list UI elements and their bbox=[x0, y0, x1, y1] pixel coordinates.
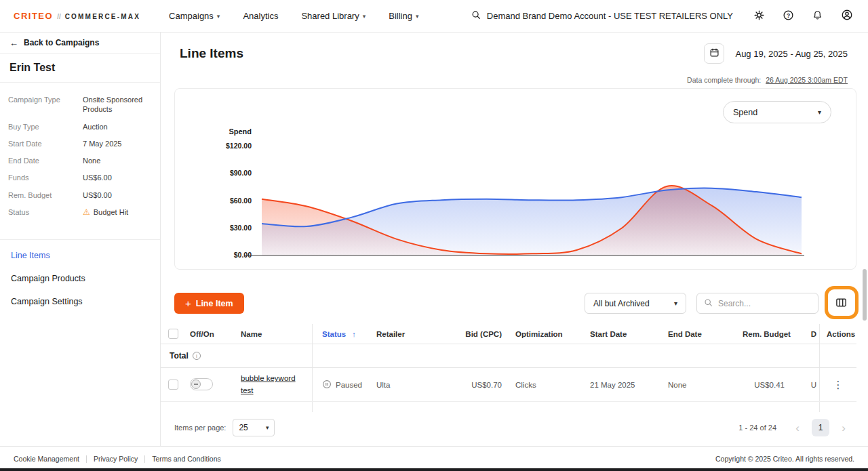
row-actions-cell bbox=[819, 402, 856, 412]
items-per-page-select[interactable]: 25 ▾ bbox=[233, 419, 275, 436]
help-button[interactable]: ? bbox=[783, 9, 794, 23]
search-icon bbox=[704, 298, 713, 310]
detail-end-date: End Date None bbox=[8, 156, 152, 165]
footer-link-terms[interactable]: Terms and Conditions bbox=[152, 455, 221, 463]
detail-value: None bbox=[83, 156, 100, 165]
sidebar-item-campaign-settings[interactable]: Campaign Settings bbox=[0, 290, 160, 313]
detail-label: Status bbox=[8, 207, 83, 217]
data-complete-prefix: Data complete through: bbox=[687, 76, 761, 84]
next-page-button[interactable]: › bbox=[836, 422, 851, 434]
column-header-end-date[interactable]: End Date bbox=[661, 330, 736, 338]
column-header-offon[interactable]: Off/On bbox=[185, 330, 234, 338]
row-truncated-value: U bbox=[791, 381, 819, 389]
chevron-down-icon: ▾ bbox=[818, 108, 821, 116]
row-actions-menu[interactable]: ⋮ bbox=[833, 379, 844, 391]
add-line-item-button[interactable]: + Line Item bbox=[174, 293, 244, 314]
select-all-checkbox[interactable] bbox=[168, 329, 178, 339]
row-checkbox[interactable] bbox=[168, 380, 178, 390]
metric-select-value: Spend bbox=[733, 108, 757, 117]
line-item-link[interactable]: bubble keyword test bbox=[241, 373, 299, 396]
spend-chart-card: Spend ▾ Spend $120.00 $90.00 $60.00 $30.… bbox=[174, 88, 856, 270]
column-header-retailer[interactable]: Retailer bbox=[370, 330, 437, 338]
pagination-range: 1 - 24 of 24 bbox=[738, 424, 776, 432]
main-menu: Campaigns ▾ Analytics Shared Library ▾ B… bbox=[169, 11, 418, 21]
column-header-truncated[interactable]: D bbox=[791, 330, 819, 338]
detail-value: 7 May 2025 bbox=[83, 139, 121, 148]
column-header-rem-budget[interactable]: Rem. Budget bbox=[736, 330, 791, 338]
row-bid: US$0.70 bbox=[437, 381, 509, 389]
column-header-start-date[interactable]: Start Date bbox=[583, 330, 661, 338]
line-items-table: Off/On Name Status ↑ Retailer Bid (CPC) … bbox=[161, 324, 856, 412]
sidebar-item-line-items[interactable]: Line Items bbox=[0, 244, 160, 267]
previous-page-button[interactable]: ‹ bbox=[790, 422, 805, 434]
detail-label: Funds bbox=[8, 173, 83, 182]
nav-shared-library-label: Shared Library bbox=[301, 11, 359, 21]
row-retailer: Ulta bbox=[370, 381, 437, 389]
detail-label: Campaign Type bbox=[8, 95, 83, 115]
off-on-toggle[interactable] bbox=[190, 378, 213, 390]
top-navigation: CRITEO // COMMERCE-MAX Campaigns ▾ Analy… bbox=[0, 0, 868, 33]
nav-campaigns-label: Campaigns bbox=[169, 11, 214, 21]
row-rem-budget: US$0.41 bbox=[736, 381, 791, 389]
nav-billing[interactable]: Billing ▾ bbox=[389, 11, 418, 21]
topnav-right-cluster: Demand Brand Demo Account - USE TEST RET… bbox=[471, 9, 853, 23]
criteo-logo[interactable]: CRITEO // COMMERCE-MAX bbox=[14, 11, 140, 21]
column-header-name[interactable]: Name bbox=[234, 330, 312, 338]
nav-billing-label: Billing bbox=[389, 11, 412, 21]
profile-button[interactable] bbox=[841, 9, 853, 23]
row-name-cell: bubble keyword test bbox=[234, 373, 312, 396]
bell-icon bbox=[812, 9, 823, 23]
pager: 1 - 24 of 24 ‹ 1 › bbox=[738, 419, 851, 436]
search-input[interactable] bbox=[718, 299, 811, 308]
row-status-cell bbox=[312, 402, 370, 412]
chevron-down-icon: ▾ bbox=[674, 300, 677, 307]
metric-select[interactable]: Spend ▾ bbox=[723, 101, 831, 123]
logo-separator: // bbox=[57, 13, 61, 20]
y-tick: $120.00 bbox=[189, 142, 252, 150]
column-header-optimization[interactable]: Optimization bbox=[509, 330, 583, 338]
total-row: Total i bbox=[161, 344, 856, 368]
detail-value: Onsite Sponsored Products bbox=[83, 95, 152, 115]
total-label-cell: Total i bbox=[161, 351, 312, 361]
nav-analytics[interactable]: Analytics bbox=[243, 11, 278, 21]
nav-shared-library[interactable]: Shared Library ▾ bbox=[301, 11, 366, 21]
footer-link-privacy-policy[interactable]: Privacy Policy bbox=[94, 455, 138, 463]
footer-links: Cookie Management Privacy Policy Terms a… bbox=[14, 455, 221, 463]
scrollbar-thumb[interactable] bbox=[863, 269, 867, 321]
info-icon[interactable]: i bbox=[193, 352, 201, 360]
svg-text:?: ? bbox=[787, 12, 790, 18]
question-circle-icon: ? bbox=[783, 9, 794, 23]
back-arrow-icon: ← bbox=[9, 38, 18, 48]
account-selector[interactable]: Demand Brand Demo Account - USE TEST RET… bbox=[471, 10, 733, 22]
column-settings-button[interactable] bbox=[829, 293, 853, 314]
settings-button[interactable] bbox=[753, 9, 765, 23]
blue-series-area bbox=[262, 188, 802, 255]
sidebar-item-campaign-products[interactable]: Campaign Products bbox=[0, 267, 160, 290]
notifications-button[interactable] bbox=[812, 9, 823, 23]
sidebar-divider bbox=[0, 239, 160, 240]
back-to-campaigns-link[interactable]: ← Back to Campaigns bbox=[0, 33, 160, 54]
date-range-text[interactable]: Aug 19, 2025 - Aug 25, 2025 bbox=[735, 49, 848, 59]
paused-icon bbox=[322, 380, 332, 390]
detail-campaign-type: Campaign Type Onsite Sponsored Products bbox=[8, 95, 152, 115]
person-circle-icon bbox=[841, 9, 853, 23]
archive-filter-select[interactable]: All but Archived ▾ bbox=[585, 293, 686, 314]
row-checkbox-cell bbox=[161, 368, 185, 401]
back-to-campaigns-label: Back to Campaigns bbox=[24, 38, 99, 47]
chevron-down-icon: ▾ bbox=[416, 13, 419, 20]
footer-link-cookie-management[interactable]: Cookie Management bbox=[14, 455, 79, 463]
spend-line-chart bbox=[245, 142, 807, 258]
data-complete-link[interactable]: 26 Aug 2025 3:00am EDT bbox=[766, 76, 848, 84]
status-text: Budget Hit bbox=[94, 207, 128, 217]
copyright-text: Copyright © 2025 Criteo. All rights rese… bbox=[715, 455, 854, 463]
off-on-toggle[interactable] bbox=[190, 412, 213, 413]
topnav-icons: ? bbox=[753, 9, 853, 23]
column-header-status[interactable]: Status ↑ bbox=[312, 324, 370, 344]
row-actions-cell: ⋮ bbox=[819, 368, 856, 401]
calendar-button[interactable] bbox=[704, 43, 724, 64]
page-number-button[interactable]: 1 bbox=[812, 419, 829, 436]
items-per-page: Items per page: 25 ▾ bbox=[174, 419, 275, 436]
nav-campaigns[interactable]: Campaigns ▾ bbox=[169, 11, 220, 21]
column-header-bid[interactable]: Bid (CPC) bbox=[437, 330, 509, 338]
row-status-text: Paused bbox=[336, 381, 362, 389]
